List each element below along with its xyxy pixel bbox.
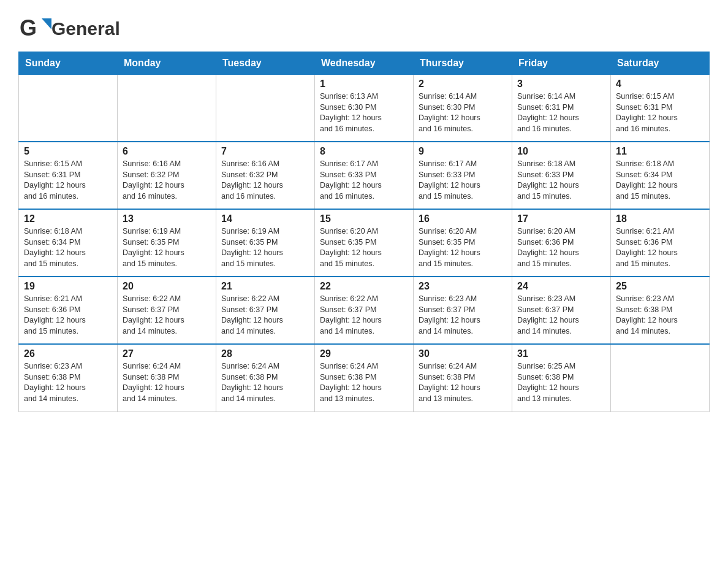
day-info: Sunrise: 6:15 AMSunset: 6:31 PMDaylight:… xyxy=(616,91,704,134)
calendar-cell: 17Sunrise: 6:20 AMSunset: 6:36 PMDayligh… xyxy=(512,209,611,277)
calendar-cell xyxy=(118,74,216,142)
header-wednesday: Wednesday xyxy=(315,52,414,74)
calendar-cell: 18Sunrise: 6:21 AMSunset: 6:36 PMDayligh… xyxy=(611,209,710,277)
calendar-week-row: 12Sunrise: 6:18 AMSunset: 6:34 PMDayligh… xyxy=(19,209,710,277)
calendar-cell xyxy=(611,344,710,412)
day-number: 12 xyxy=(24,213,112,224)
calendar-cell: 11Sunrise: 6:18 AMSunset: 6:34 PMDayligh… xyxy=(611,142,710,209)
calendar-cell: 9Sunrise: 6:17 AMSunset: 6:33 PMDaylight… xyxy=(414,142,512,209)
day-number: 15 xyxy=(320,213,408,224)
page-header: G General xyxy=(18,12,710,45)
header-friday: Friday xyxy=(512,52,611,74)
calendar-table: SundayMondayTuesdayWednesdayThursdayFrid… xyxy=(18,52,710,412)
day-number: 5 xyxy=(24,146,112,157)
calendar-cell: 23Sunrise: 6:23 AMSunset: 6:37 PMDayligh… xyxy=(414,277,512,344)
calendar-cell: 22Sunrise: 6:22 AMSunset: 6:37 PMDayligh… xyxy=(315,277,414,344)
calendar-week-row: 5Sunrise: 6:15 AMSunset: 6:31 PMDaylight… xyxy=(19,142,710,209)
day-info: Sunrise: 6:23 AMSunset: 6:37 PMDaylight:… xyxy=(419,294,507,337)
calendar-cell: 1Sunrise: 6:13 AMSunset: 6:30 PMDaylight… xyxy=(315,74,414,142)
logo: G General xyxy=(18,12,120,45)
day-number: 21 xyxy=(221,281,309,292)
day-info: Sunrise: 6:18 AMSunset: 6:34 PMDaylight:… xyxy=(616,159,704,202)
day-info: Sunrise: 6:21 AMSunset: 6:36 PMDaylight:… xyxy=(24,294,112,337)
day-number: 28 xyxy=(221,348,309,359)
day-info: Sunrise: 6:19 AMSunset: 6:35 PMDaylight:… xyxy=(221,226,309,269)
day-info: Sunrise: 6:22 AMSunset: 6:37 PMDaylight:… xyxy=(123,294,211,337)
day-number: 22 xyxy=(320,281,408,292)
calendar-cell xyxy=(216,74,315,142)
logo-general-text: General xyxy=(51,20,120,38)
day-number: 18 xyxy=(616,213,704,224)
day-info: Sunrise: 6:24 AMSunset: 6:38 PMDaylight:… xyxy=(221,361,309,404)
day-number: 10 xyxy=(517,146,605,157)
day-number: 26 xyxy=(24,348,112,359)
day-info: Sunrise: 6:22 AMSunset: 6:37 PMDaylight:… xyxy=(320,294,408,337)
calendar-cell: 15Sunrise: 6:20 AMSunset: 6:35 PMDayligh… xyxy=(315,209,414,277)
day-info: Sunrise: 6:18 AMSunset: 6:34 PMDaylight:… xyxy=(24,226,112,269)
calendar-cell: 2Sunrise: 6:14 AMSunset: 6:30 PMDaylight… xyxy=(414,74,512,142)
calendar-cell: 25Sunrise: 6:23 AMSunset: 6:38 PMDayligh… xyxy=(611,277,710,344)
calendar-cell: 30Sunrise: 6:24 AMSunset: 6:38 PMDayligh… xyxy=(414,344,512,412)
day-number: 7 xyxy=(221,146,309,157)
day-number: 25 xyxy=(616,281,704,292)
day-number: 16 xyxy=(419,213,507,224)
day-info: Sunrise: 6:24 AMSunset: 6:38 PMDaylight:… xyxy=(123,361,211,404)
day-info: Sunrise: 6:19 AMSunset: 6:35 PMDaylight:… xyxy=(123,226,211,269)
calendar-cell: 24Sunrise: 6:23 AMSunset: 6:37 PMDayligh… xyxy=(512,277,611,344)
header-saturday: Saturday xyxy=(611,52,710,74)
day-info: Sunrise: 6:13 AMSunset: 6:30 PMDaylight:… xyxy=(320,91,408,134)
calendar-week-row: 19Sunrise: 6:21 AMSunset: 6:36 PMDayligh… xyxy=(19,277,710,344)
calendar-cell: 5Sunrise: 6:15 AMSunset: 6:31 PMDaylight… xyxy=(19,142,118,209)
calendar-cell: 8Sunrise: 6:17 AMSunset: 6:33 PMDaylight… xyxy=(315,142,414,209)
calendar-cell: 4Sunrise: 6:15 AMSunset: 6:31 PMDaylight… xyxy=(611,74,710,142)
calendar-week-row: 26Sunrise: 6:23 AMSunset: 6:38 PMDayligh… xyxy=(19,344,710,412)
svg-text:G: G xyxy=(20,15,37,40)
calendar-cell: 7Sunrise: 6:16 AMSunset: 6:32 PMDaylight… xyxy=(216,142,315,209)
day-number: 2 xyxy=(419,79,507,90)
calendar-cell: 21Sunrise: 6:22 AMSunset: 6:37 PMDayligh… xyxy=(216,277,315,344)
day-info: Sunrise: 6:23 AMSunset: 6:37 PMDaylight:… xyxy=(517,294,605,337)
day-number: 13 xyxy=(123,213,211,224)
day-number: 24 xyxy=(517,281,605,292)
header-thursday: Thursday xyxy=(414,52,512,74)
logo-icon: G xyxy=(18,12,51,45)
calendar-cell: 20Sunrise: 6:22 AMSunset: 6:37 PMDayligh… xyxy=(118,277,216,344)
day-info: Sunrise: 6:21 AMSunset: 6:36 PMDaylight:… xyxy=(616,226,704,269)
day-info: Sunrise: 6:25 AMSunset: 6:38 PMDaylight:… xyxy=(517,361,605,404)
day-info: Sunrise: 6:14 AMSunset: 6:30 PMDaylight:… xyxy=(419,91,507,134)
day-number: 3 xyxy=(517,79,605,90)
day-number: 19 xyxy=(24,281,112,292)
day-number: 31 xyxy=(517,348,605,359)
calendar-cell: 19Sunrise: 6:21 AMSunset: 6:36 PMDayligh… xyxy=(19,277,118,344)
day-info: Sunrise: 6:24 AMSunset: 6:38 PMDaylight:… xyxy=(320,361,408,404)
day-number: 27 xyxy=(123,348,211,359)
day-info: Sunrise: 6:17 AMSunset: 6:33 PMDaylight:… xyxy=(419,159,507,202)
day-number: 17 xyxy=(517,213,605,224)
day-info: Sunrise: 6:20 AMSunset: 6:35 PMDaylight:… xyxy=(320,226,408,269)
day-info: Sunrise: 6:17 AMSunset: 6:33 PMDaylight:… xyxy=(320,159,408,202)
calendar-header-row: SundayMondayTuesdayWednesdayThursdayFrid… xyxy=(19,52,710,74)
calendar-cell: 6Sunrise: 6:16 AMSunset: 6:32 PMDaylight… xyxy=(118,142,216,209)
header-tuesday: Tuesday xyxy=(216,52,315,74)
day-info: Sunrise: 6:23 AMSunset: 6:38 PMDaylight:… xyxy=(616,294,704,337)
day-number: 14 xyxy=(221,213,309,224)
day-info: Sunrise: 6:22 AMSunset: 6:37 PMDaylight:… xyxy=(221,294,309,337)
calendar-cell: 16Sunrise: 6:20 AMSunset: 6:35 PMDayligh… xyxy=(414,209,512,277)
calendar-cell: 12Sunrise: 6:18 AMSunset: 6:34 PMDayligh… xyxy=(19,209,118,277)
calendar-cell: 3Sunrise: 6:14 AMSunset: 6:31 PMDaylight… xyxy=(512,74,611,142)
calendar-cell: 26Sunrise: 6:23 AMSunset: 6:38 PMDayligh… xyxy=(19,344,118,412)
calendar-cell: 27Sunrise: 6:24 AMSunset: 6:38 PMDayligh… xyxy=(118,344,216,412)
calendar-cell: 14Sunrise: 6:19 AMSunset: 6:35 PMDayligh… xyxy=(216,209,315,277)
day-number: 6 xyxy=(123,146,211,157)
day-info: Sunrise: 6:24 AMSunset: 6:38 PMDaylight:… xyxy=(419,361,507,404)
day-number: 1 xyxy=(320,79,408,90)
svg-marker-1 xyxy=(42,18,51,29)
calendar-cell: 31Sunrise: 6:25 AMSunset: 6:38 PMDayligh… xyxy=(512,344,611,412)
day-info: Sunrise: 6:20 AMSunset: 6:35 PMDaylight:… xyxy=(419,226,507,269)
calendar-cell: 13Sunrise: 6:19 AMSunset: 6:35 PMDayligh… xyxy=(118,209,216,277)
day-info: Sunrise: 6:14 AMSunset: 6:31 PMDaylight:… xyxy=(517,91,605,134)
calendar-week-row: 1Sunrise: 6:13 AMSunset: 6:30 PMDaylight… xyxy=(19,74,710,142)
day-info: Sunrise: 6:23 AMSunset: 6:38 PMDaylight:… xyxy=(24,361,112,404)
day-number: 23 xyxy=(419,281,507,292)
day-number: 29 xyxy=(320,348,408,359)
